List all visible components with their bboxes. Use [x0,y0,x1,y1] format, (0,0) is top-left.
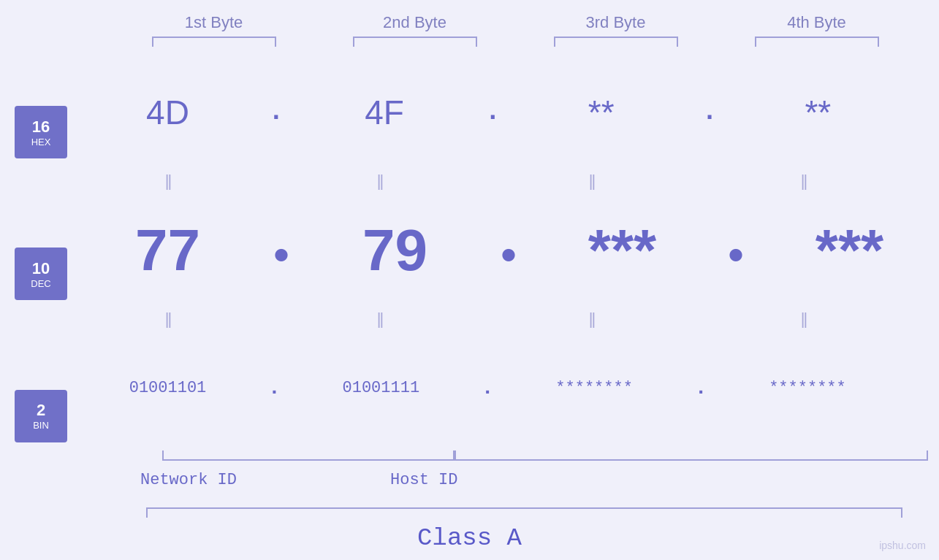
eq1-b4: || [703,172,904,191]
hex-b3-cell: ** [501,93,702,132]
bin-sep3: . [695,377,707,399]
host-bracket [455,450,928,461]
hex-badge: 16 HEX [15,106,67,158]
byte2-label: 2nd Byte [383,13,446,32]
equals-2-2: || [377,310,382,329]
byte2-col: 2nd Byte [314,13,515,47]
hex-b1-cell: 4D [67,93,268,132]
bin-b4-cell: ******** [707,379,908,397]
equals-2-3: || [589,310,594,329]
hex-badge-number: 16 [32,118,50,137]
class-bracket [146,507,902,518]
dec-b1-cell: 77 [67,217,268,284]
byte1-bracket [152,37,276,47]
equals-row-1: || || || || [67,170,939,192]
bin-b3-value: ******** [555,379,633,397]
dec-badge-number: 10 [32,259,50,278]
equals-1-1: || [165,172,170,191]
hex-b4-value: ** [805,93,831,132]
byte3-bracket [554,37,678,47]
byte2-bracket [353,37,477,47]
hex-b3-value: ** [588,93,615,132]
bin-b2-value: 01001111 [343,379,420,397]
class-label: Class A [417,524,522,552]
byte4-bracket [755,37,879,47]
dec-b2-value: 79 [362,217,427,284]
byte3-label: 3rd Byte [586,13,646,32]
equals-1-3: || [589,172,594,191]
equals-1-2: || [377,172,382,191]
byte-headers: 1st Byte 2nd Byte 3rd Byte 4th Byte [95,0,939,47]
dec-sep3: • [723,233,749,283]
eq1-b2: || [279,172,480,191]
dec-b4-cell: *** [749,217,939,284]
class-section: Class A [0,502,939,560]
bin-b1-value: 01001101 [129,379,207,397]
watermark: ipshu.com [879,540,926,551]
eq2-b4: || [703,310,904,329]
hex-sep1: . [268,97,284,127]
dec-b4-value: *** [816,217,883,284]
bin-row: 01001101 . 01001111 . ******** . *******… [67,330,939,446]
dec-row: 77 • 79 • *** • *** [67,192,939,308]
bin-b1-cell: 01001101 [67,379,268,397]
byte3-col: 3rd Byte [515,13,716,47]
data-rows: 4D . 4F . ** . ** || [67,47,939,502]
dec-sep2: • [495,233,522,283]
network-id-label: Network ID [140,471,237,489]
dec-b3-cell: *** [522,217,723,284]
dec-b1-value: 77 [135,217,200,284]
bin-sep2: . [482,377,494,399]
bin-b4-value: ******** [769,379,846,397]
host-id-label: Host ID [390,471,457,489]
equals-row-2: || || || || [67,308,939,330]
dec-b3-value: *** [588,217,656,284]
bin-badge-number: 2 [37,401,45,420]
bin-sep1: . [268,377,281,399]
dec-b2-cell: 79 [294,217,495,284]
bin-badge: 2 BIN [15,390,67,442]
main-container: 1st Byte 2nd Byte 3rd Byte 4th Byte 16 H… [0,0,939,560]
hex-row: 4D . 4F . ** . ** [67,47,939,170]
bin-b2-cell: 01001111 [281,379,482,397]
hex-b4-cell: ** [718,93,919,132]
eq1-b1: || [67,172,268,191]
byte1-label: 1st Byte [185,13,243,32]
hex-b1-value: 4D [146,93,189,132]
hex-b2-cell: 4F [284,93,485,132]
bin-b3-cell: ******** [494,379,695,397]
equals-2-1: || [165,310,170,329]
bottom-section: Network ID Host ID [67,450,939,502]
badges-column: 16 HEX 10 DEC 2 BIN [7,47,67,502]
hex-sep2: . [485,97,501,127]
byte1-col: 1st Byte [113,13,314,47]
byte4-col: 4th Byte [716,13,917,47]
dec-badge: 10 DEC [15,248,67,300]
hex-sep3: . [702,97,718,127]
eq2-b3: || [491,310,692,329]
hex-b2-value: 4F [365,93,404,132]
equals-2-4: || [801,310,806,329]
eq2-b2: || [279,310,480,329]
hex-badge-label: HEX [31,137,51,147]
equals-1-4: || [801,172,806,191]
eq1-b3: || [491,172,692,191]
bin-badge-label: BIN [33,420,49,431]
network-bracket [162,450,455,461]
main-body: 16 HEX 10 DEC 2 BIN 4D . 4F [7,47,939,502]
dec-badge-label: DEC [31,278,50,289]
byte4-label: 4th Byte [787,13,846,32]
dec-sep1: • [268,233,294,283]
eq2-b1: || [67,310,268,329]
